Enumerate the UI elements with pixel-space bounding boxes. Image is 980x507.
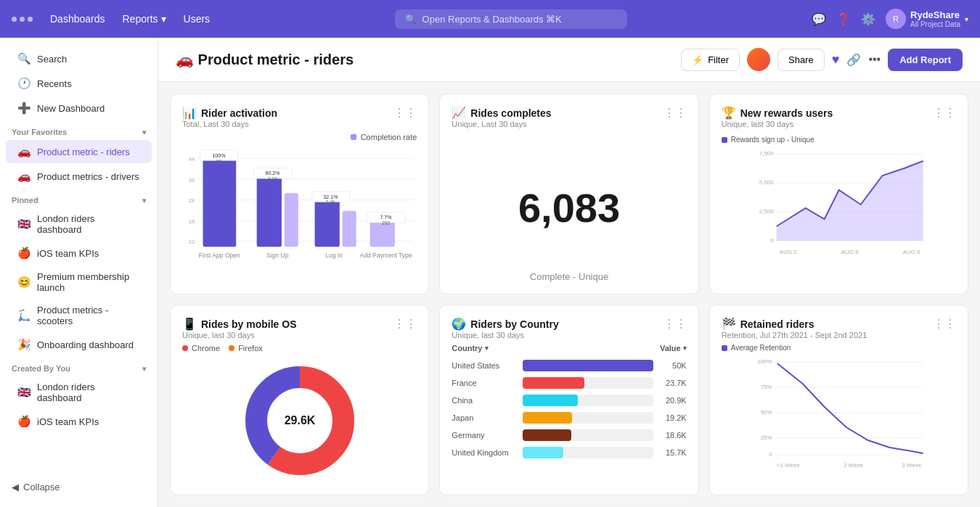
svg-text:AUG 6: AUG 6 [902, 249, 920, 255]
country-bar-list: United States 50K France 23.7K China 20.… [452, 360, 686, 458]
app-logo [12, 17, 33, 22]
notifications-icon[interactable]: 💬 [812, 12, 826, 26]
svg-text:99: 99 [216, 159, 222, 164]
donut-center-value: 29.6K [284, 414, 315, 426]
sidebar-item-product-metrics-drivers[interactable]: 🚗 Product metrics - drivers [6, 165, 152, 188]
sidebar-item-scooters[interactable]: 🛴 Product metrics - scooters [6, 300, 152, 331]
sidebar-created-london[interactable]: 🇬🇧 London riders dashboard [6, 376, 152, 408]
new-rewards-chart: 7,500 5,000 2,500 0 AU [722, 147, 956, 263]
svg-text:100%: 100% [757, 358, 772, 365]
svg-text:3.1K: 3.1K [268, 176, 278, 181]
svg-rect-19 [315, 199, 340, 247]
rider-activation-chart: 44 36 28 18 10 [182, 147, 417, 271]
sidebar-item-membership-launch[interactable]: 😊 Premium membership launch [6, 266, 152, 298]
plus-icon: ➕ [17, 102, 31, 115]
sidebar-item-onboarding[interactable]: 🎉 Onboarding dashboard [6, 333, 152, 356]
svg-text:7,500: 7,500 [759, 150, 774, 157]
new-rewards-title: New rewards users [740, 107, 833, 119]
favorites-section-header: Your Favorites ▾ [0, 120, 158, 139]
rider-activation-title: Rider activation [201, 107, 277, 119]
sidebar-item-ios-kpis[interactable]: 🍎 iOS team KPIs [6, 242, 152, 265]
card-new-rewards: 🏆 New rewards users Unique, last 30 days… [709, 94, 968, 294]
svg-text:2,500: 2,500 [759, 208, 774, 215]
svg-text:Add Payment Type: Add Payment Type [360, 252, 412, 259]
rides-mobile-menu[interactable]: ⋮⋮ [393, 317, 417, 331]
nav-dashboards[interactable]: Dashboards [50, 13, 105, 25]
riders-country-title: Riders by Country [470, 318, 558, 330]
user-project: All Project Data [910, 20, 960, 28]
sidebar-item-london-riders[interactable]: 🇬🇧 London riders dashboard [6, 208, 152, 240]
nav-reports[interactable]: Reports ▾ [123, 13, 166, 25]
svg-text:293: 293 [382, 220, 390, 226]
svg-text:Log In: Log In [325, 252, 343, 259]
card-retained-riders: 🏁 Retained riders Retention, Jul 27th 20… [709, 305, 968, 495]
rides-completes-subtitle: Unique, Last 30 days [452, 120, 551, 128]
list-item: China 20.9K [452, 395, 686, 406]
rider-activation-menu[interactable]: ⋮⋮ [393, 106, 417, 120]
sidebar-search[interactable]: 🔍 Search [6, 47, 152, 70]
card-rider-activation: 📊 Rider activation Total, Last 30 days ⋮… [170, 94, 429, 294]
nav-users[interactable]: Users [184, 13, 211, 25]
settings-icon[interactable]: ⚙️ [861, 12, 875, 26]
svg-text:2 Week: 2 Week [844, 462, 864, 469]
sidebar-item-product-metric-riders[interactable]: 🚗 Product metric - riders [6, 140, 152, 163]
search-placeholder: Open Reports & Dashboards ⌘K [422, 14, 562, 25]
pinned-section-header: Pinned ▾ [0, 189, 158, 207]
svg-rect-10 [203, 157, 237, 247]
new-rewards-subtitle: Unique, last 30 days [722, 120, 833, 128]
rider-activation-subtitle: Total, Last 30 days [182, 120, 277, 128]
new-rewards-menu[interactable]: ⋮⋮ [933, 106, 956, 120]
help-icon[interactable]: ❓ [836, 12, 851, 26]
svg-text:AUG 9: AUG 9 [841, 249, 859, 255]
rides-mobile-subtitle: Unique, last 30 days [182, 331, 296, 339]
retention-chart: 100% 75% 50% 25% 0 <1 W [722, 355, 956, 471]
list-item: France 23.7K [452, 377, 686, 389]
svg-text:2.4K: 2.4K [326, 199, 336, 205]
sidebar-recents[interactable]: 🕐 Recents [6, 72, 152, 95]
svg-text:18: 18 [189, 218, 195, 225]
rides-completes-title: Rides completes [470, 107, 551, 119]
user-name: RydeShare [910, 9, 960, 20]
svg-text:First App Open: First App Open [199, 252, 240, 259]
favorite-button[interactable]: ♥ [832, 52, 840, 67]
rides-completes-menu[interactable]: ⋮⋮ [663, 106, 687, 120]
rides-completes-value: 6,083 [518, 170, 620, 235]
list-item: Japan 19.2K [452, 412, 686, 424]
svg-text:10: 10 [189, 239, 195, 245]
page-actions: ⚡ Filter Share ♥ 🔗 ••• Add Report [681, 48, 963, 71]
svg-text:0: 0 [769, 451, 772, 458]
collapse-button[interactable]: ◀ Collapse [0, 476, 158, 498]
new-rewards-legend: Rewards sign up - Unique [731, 136, 814, 144]
rides-completes-sub: Complete - Unique [530, 271, 608, 282]
link-button[interactable]: 🔗 [846, 53, 861, 67]
donut-chart: 29.6K [242, 363, 358, 479]
global-search[interactable]: 🔍 Open Reports & Dashboards ⌘K [395, 9, 627, 29]
more-button[interactable]: ••• [868, 53, 881, 66]
value-col-header: Value ▾ [660, 344, 687, 353]
riders-country-menu[interactable]: ⋮⋮ [663, 317, 687, 331]
svg-text:25%: 25% [760, 434, 772, 441]
svg-text:44: 44 [189, 156, 195, 162]
donut-chart-area: 29.6K [182, 358, 417, 483]
retained-riders-subtitle: Retention, Jul 27th 2021 - Sept 2nd 2021 [722, 331, 867, 339]
sidebar-created-ios[interactable]: 🍎 iOS team KPIs [6, 410, 152, 433]
main-layout: 🔍 Search 🕐 Recents ➕ New Dashboard Your … [0, 38, 980, 507]
riders-country-subtitle: Unique, last 30 days [452, 331, 558, 339]
retained-riders-title: Retained riders [740, 318, 814, 330]
svg-text:50%: 50% [760, 409, 772, 416]
collapse-icon: ◀ [12, 482, 19, 492]
sidebar-new-dashboard[interactable]: ➕ New Dashboard [6, 96, 152, 120]
share-button[interactable]: Share [777, 49, 825, 71]
clock-icon: 🕐 [17, 77, 31, 90]
svg-text:AUG 2: AUG 2 [779, 249, 797, 255]
user-menu[interactable]: R RydeShare All Project Data ▾ [886, 9, 968, 29]
add-report-button[interactable]: Add Report [888, 49, 963, 71]
svg-text:<1 Week: <1 Week [777, 462, 801, 469]
card-rides-mobile: 📱 Rides by mobile OS Unique, last 30 day… [170, 305, 429, 495]
topnav-right: 💬 ❓ ⚙️ R RydeShare All Project Data ▾ [812, 9, 968, 29]
svg-rect-14 [257, 175, 282, 247]
filter-button[interactable]: ⚡ Filter [681, 49, 740, 71]
retained-riders-menu[interactable]: ⋮⋮ [933, 317, 956, 331]
svg-rect-20 [343, 211, 356, 247]
dashboard-grid: 📊 Rider activation Total, Last 30 days ⋮… [158, 82, 980, 507]
